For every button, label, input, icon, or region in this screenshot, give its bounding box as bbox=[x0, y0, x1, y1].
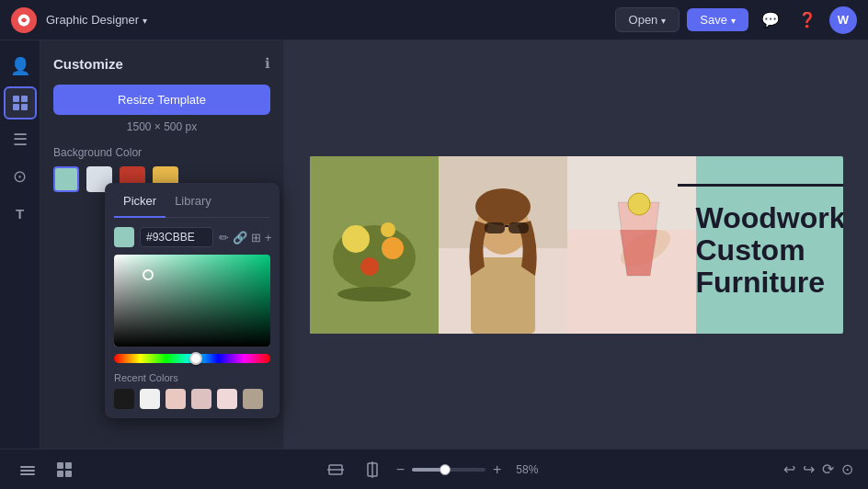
svg-rect-30 bbox=[65, 471, 72, 477]
resize-template-button[interactable]: Resize Template bbox=[53, 85, 270, 115]
fit-width-icon[interactable] bbox=[323, 457, 348, 483]
layers-icon-btn[interactable] bbox=[15, 457, 40, 483]
panel-title: Customize bbox=[53, 56, 123, 72]
app-logo[interactable] bbox=[11, 7, 37, 33]
main-layout: 👤 ☰ ⊙ T Customize ℹ Resize Template 1500… bbox=[0, 40, 868, 449]
help-icon-button[interactable]: ❓ bbox=[793, 6, 822, 35]
photo-drink[interactable] bbox=[567, 156, 696, 334]
photo-woman[interactable] bbox=[439, 156, 567, 334]
add-icon[interactable]: + bbox=[265, 231, 272, 244]
bottom-bar: − + 58% ↩ ↪ ⟳ ⊙ bbox=[0, 449, 868, 489]
link-icon[interactable]: 🔗 bbox=[233, 231, 247, 244]
recent-swatch-pink3[interactable] bbox=[217, 389, 237, 409]
user-avatar[interactable]: W bbox=[829, 6, 857, 34]
color-hex-row: ✏ 🔗 ⊞ + bbox=[114, 227, 270, 247]
svg-rect-28 bbox=[65, 462, 72, 469]
svg-rect-2 bbox=[21, 96, 28, 102]
hue-slider[interactable] bbox=[114, 354, 270, 363]
sidebar-person-btn[interactable]: 👤 bbox=[4, 50, 37, 83]
save-chevron bbox=[731, 13, 736, 27]
color-action-icons: ✏ 🔗 ⊞ + bbox=[219, 231, 272, 244]
open-button[interactable]: Open bbox=[615, 7, 680, 32]
recent-swatch-pink2[interactable] bbox=[191, 389, 211, 409]
color-gradient-box[interactable] bbox=[114, 255, 270, 347]
sidebar-text-btn[interactable]: T bbox=[4, 197, 37, 230]
sidebar-layers-btn[interactable]: ☰ bbox=[4, 123, 37, 156]
gradient-dark bbox=[114, 255, 270, 347]
hue-slider-thumb[interactable] bbox=[189, 352, 202, 365]
info-icon[interactable]: ℹ bbox=[265, 55, 270, 72]
zoom-slider[interactable] bbox=[412, 468, 485, 472]
zoom-thumb[interactable] bbox=[440, 464, 451, 475]
design-canvas: Woodwork Custom Furniture bbox=[310, 156, 843, 334]
svg-rect-4 bbox=[21, 104, 28, 110]
svg-point-7 bbox=[342, 225, 370, 253]
gradient-cursor[interactable] bbox=[143, 269, 154, 280]
app-name-button[interactable]: Graphic Designer bbox=[46, 13, 147, 27]
svg-rect-18 bbox=[508, 222, 529, 233]
canvas-decorative-line bbox=[678, 184, 843, 187]
undo-btn[interactable]: ↩ bbox=[783, 461, 795, 478]
hex-input[interactable] bbox=[140, 227, 213, 247]
recent-colors-row bbox=[114, 389, 270, 409]
svg-point-16 bbox=[475, 188, 531, 225]
canvas-title: Woodwork Custom Furniture bbox=[696, 202, 843, 300]
tab-picker[interactable]: Picker bbox=[114, 192, 166, 218]
photo-food[interactable] bbox=[310, 156, 439, 334]
recent-swatch-white[interactable] bbox=[140, 389, 160, 409]
fit-height-icon[interactable] bbox=[360, 457, 385, 483]
zoom-out-btn[interactable]: − bbox=[396, 461, 405, 478]
picker-tabs: Picker Library bbox=[114, 192, 270, 218]
svg-rect-17 bbox=[485, 222, 505, 233]
eyedropper-icon[interactable]: ✏ bbox=[219, 231, 229, 244]
color-indicator[interactable] bbox=[114, 227, 134, 247]
recent-swatch-pink1[interactable] bbox=[166, 389, 186, 409]
panel-header: Customize ℹ bbox=[53, 55, 270, 72]
svg-rect-24 bbox=[20, 466, 35, 468]
recent-swatch-gray[interactable] bbox=[243, 389, 263, 409]
left-sidebar: 👤 ☰ ⊙ T bbox=[0, 40, 40, 449]
customize-panel: Customize ℹ Resize Template 1500 × 500 p… bbox=[40, 40, 284, 449]
chat-icon-button[interactable]: 💬 bbox=[756, 6, 785, 35]
recent-colors-label: Recent Colors bbox=[114, 372, 270, 383]
zoom-in-btn[interactable]: + bbox=[493, 461, 501, 478]
color-picker-popup: Picker Library ✏ 🔗 ⊞ + R bbox=[105, 183, 280, 418]
save-button[interactable]: Save bbox=[687, 8, 748, 31]
swatch-teal[interactable] bbox=[53, 166, 79, 192]
app-name-chevron bbox=[143, 13, 147, 27]
svg-rect-1 bbox=[13, 96, 19, 102]
svg-point-23 bbox=[628, 193, 650, 215]
svg-point-11 bbox=[337, 287, 411, 301]
zoom-percent: 58% bbox=[508, 463, 538, 476]
tab-library[interactable]: Library bbox=[166, 192, 221, 211]
svg-rect-25 bbox=[20, 470, 35, 472]
canvas-text-area: Woodwork Custom Furniture bbox=[696, 156, 843, 334]
redo-btn[interactable]: ↪ bbox=[803, 461, 815, 478]
svg-point-9 bbox=[360, 257, 379, 276]
svg-rect-3 bbox=[13, 104, 19, 110]
svg-rect-29 bbox=[57, 471, 63, 477]
sidebar-group-btn[interactable]: ⊙ bbox=[4, 160, 37, 193]
topbar-actions: Open Save 💬 ❓ W bbox=[615, 6, 857, 35]
forward-btn[interactable]: ⟳ bbox=[822, 461, 834, 478]
bg-color-label: Background Color bbox=[53, 146, 270, 159]
recent-swatch-black[interactable] bbox=[114, 389, 134, 409]
svg-rect-27 bbox=[57, 462, 63, 469]
sidebar-customize-btn[interactable] bbox=[4, 86, 37, 119]
canvas-photos bbox=[310, 156, 696, 334]
dimensions-label: 1500 × 500 px bbox=[53, 120, 270, 133]
svg-point-8 bbox=[382, 237, 404, 259]
history-buttons: ↩ ↪ ⟳ ⊙ bbox=[783, 461, 853, 478]
svg-rect-26 bbox=[20, 473, 35, 475]
grid-view-btn[interactable] bbox=[51, 457, 77, 483]
open-chevron bbox=[661, 13, 666, 27]
zoom-track bbox=[412, 468, 441, 472]
grid-icon[interactable]: ⊞ bbox=[251, 231, 261, 244]
topbar: Graphic Designer Open Save 💬 ❓ W bbox=[0, 0, 868, 40]
canvas-area: Woodwork Custom Furniture bbox=[284, 40, 868, 449]
history-btn[interactable]: ⊙ bbox=[841, 461, 853, 478]
zoom-controls: − + 58% bbox=[396, 461, 539, 478]
svg-point-10 bbox=[381, 222, 395, 237]
